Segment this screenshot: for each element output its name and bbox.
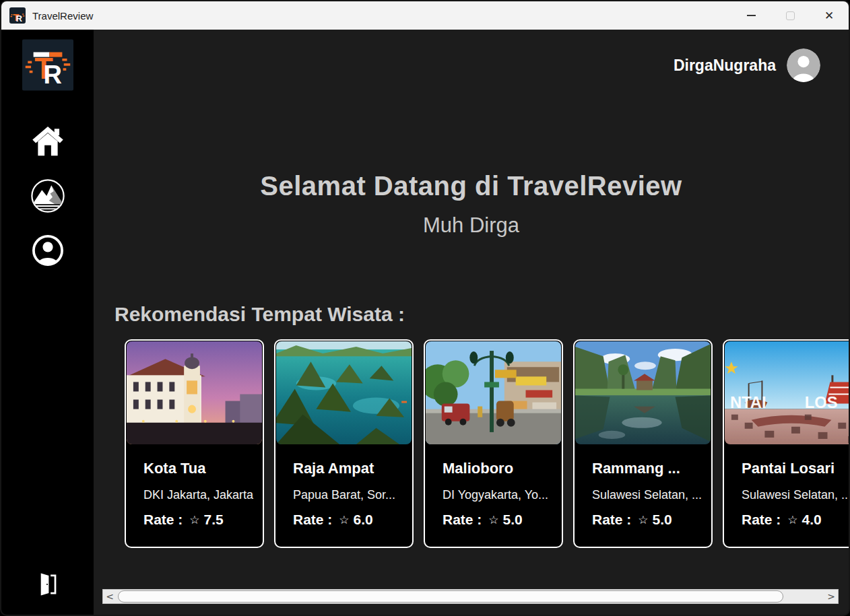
app-window: T R TravelReview ✕ T R bbox=[0, 0, 850, 616]
card-location: DKI Jakarta, Jakarta bbox=[143, 488, 245, 502]
destination-photo-rammang bbox=[575, 341, 711, 444]
star-icon: ☆ bbox=[638, 513, 648, 527]
user-menu[interactable]: DirgaNugraha bbox=[94, 48, 849, 82]
rate-label: Rate : bbox=[592, 512, 631, 528]
titlebar-left: T R TravelReview bbox=[1, 7, 731, 24]
scrollbar-thumb[interactable] bbox=[118, 590, 783, 603]
card-location: Sulawesi Selatan, ... bbox=[592, 488, 694, 502]
star-icon: ☆ bbox=[339, 513, 349, 527]
sidebar-logo: T R bbox=[22, 39, 73, 91]
card-rating: Rate : ☆ 5.0 bbox=[592, 512, 694, 528]
card-rating: Rate : ☆ 5.0 bbox=[443, 512, 544, 528]
sidebar: T R bbox=[1, 30, 94, 615]
close-icon: ✕ bbox=[824, 10, 834, 22]
rate-label: Rate : bbox=[293, 512, 332, 528]
destination-photo-pantai-losari: NTAI LOS bbox=[725, 341, 849, 444]
content-row: T R bbox=[1, 30, 849, 615]
card-rating: Rate : ☆ 7.5 bbox=[143, 512, 245, 528]
user-avatar bbox=[787, 48, 820, 82]
app-logo-icon: T R bbox=[9, 7, 26, 24]
rate-label: Rate : bbox=[143, 512, 183, 528]
destination-cards-row: Kota Tua DKI Jakarta, Jakarta Rate : ☆ 7… bbox=[94, 339, 849, 548]
svg-text:R: R bbox=[16, 13, 22, 24]
destination-photo-raja-ampat bbox=[276, 341, 412, 444]
sidebar-nav bbox=[29, 123, 67, 270]
card-body: Pantai Losari Sulawesi Selatan, .. Rate … bbox=[724, 445, 849, 528]
maximize-icon bbox=[786, 11, 795, 20]
rate-value: 5.0 bbox=[503, 512, 523, 528]
sidebar-item-profile[interactable] bbox=[29, 232, 67, 270]
destination-card-raja-ampat[interactable]: Raja Ampat Papua Barat, Sor... Rate : ☆ … bbox=[274, 339, 414, 548]
close-button[interactable]: ✕ bbox=[810, 1, 849, 30]
minimize-button[interactable] bbox=[731, 1, 771, 30]
card-location: Sulawesi Selatan, .. bbox=[742, 488, 843, 502]
sidebar-item-destinations[interactable] bbox=[29, 178, 67, 215]
maximize-button[interactable] bbox=[771, 1, 810, 30]
rate-value: 4.0 bbox=[802, 512, 822, 528]
card-location: Papua Barat, Sor... bbox=[293, 488, 395, 502]
sidebar-item-logout[interactable] bbox=[29, 566, 67, 604]
card-location: DI Yogyakarta, Yo... bbox=[443, 488, 544, 502]
welcome-block: Selamat Datang di TravelReview Muh Dirga bbox=[94, 171, 849, 238]
titlebar: T R TravelReview ✕ bbox=[1, 1, 849, 30]
rate-value: 6.0 bbox=[354, 512, 373, 528]
star-icon: ☆ bbox=[189, 513, 199, 527]
rate-label: Rate : bbox=[742, 512, 781, 528]
card-title: Pantai Losari bbox=[742, 460, 843, 477]
svg-text:NTAI: NTAI bbox=[730, 392, 766, 411]
destination-photo-malioboro bbox=[426, 341, 561, 444]
star-icon: ☆ bbox=[488, 513, 498, 527]
horizontal-scrollbar[interactable]: < > bbox=[102, 589, 839, 604]
mountain-icon bbox=[29, 177, 67, 217]
destination-photo-kota-tua bbox=[127, 341, 262, 444]
card-body: Kota Tua DKI Jakarta, Jakarta Rate : ☆ 7… bbox=[126, 445, 263, 528]
window-controls: ✕ bbox=[731, 1, 849, 30]
card-title: Malioboro bbox=[443, 460, 544, 477]
profile-icon bbox=[30, 232, 66, 271]
destination-card-kota-tua[interactable]: Kota Tua DKI Jakarta, Jakarta Rate : ☆ 7… bbox=[125, 339, 264, 548]
card-body: Rammang ... Sulawesi Selatan, ... Rate :… bbox=[575, 445, 711, 528]
window-title: TravelReview bbox=[32, 10, 93, 22]
svg-text:R: R bbox=[43, 61, 61, 89]
card-body: Malioboro DI Yogyakarta, Yo... Rate : ☆ … bbox=[425, 445, 562, 528]
card-title: Kota Tua bbox=[143, 460, 245, 477]
rate-value: 5.0 bbox=[653, 512, 672, 528]
scrollbar-track[interactable] bbox=[117, 590, 824, 603]
recommendations-heading: Rekomendasi Tempat Wisata : bbox=[115, 303, 849, 326]
rate-value: 7.5 bbox=[204, 512, 224, 528]
destination-card-pantai-losari[interactable]: NTAI LOS Pa bbox=[723, 339, 849, 548]
scroll-right-button[interactable]: > bbox=[824, 590, 838, 603]
home-icon bbox=[30, 124, 65, 161]
card-title: Rammang ... bbox=[592, 460, 694, 477]
star-icon: ☆ bbox=[787, 513, 797, 527]
destination-card-malioboro[interactable]: Malioboro DI Yogyakarta, Yo... Rate : ☆ … bbox=[424, 339, 563, 548]
svg-text:LOS: LOS bbox=[805, 392, 838, 411]
card-title: Raja Ampat bbox=[293, 460, 395, 477]
card-rating: Rate : ☆ 6.0 bbox=[293, 512, 395, 528]
welcome-subtitle: Muh Dirga bbox=[94, 213, 849, 238]
sidebar-item-home[interactable] bbox=[29, 123, 67, 161]
card-body: Raja Ampat Papua Barat, Sor... Rate : ☆ … bbox=[275, 445, 412, 528]
username-label: DirgaNugraha bbox=[674, 57, 776, 75]
logout-door-icon bbox=[33, 570, 63, 601]
scroll-left-button[interactable]: < bbox=[103, 590, 117, 603]
destination-card-rammang[interactable]: Rammang ... Sulawesi Selatan, ... Rate :… bbox=[573, 339, 713, 548]
welcome-title: Selamat Datang di TravelReview bbox=[94, 171, 849, 201]
minimize-icon bbox=[747, 15, 756, 16]
card-rating: Rate : ☆ 4.0 bbox=[742, 512, 843, 528]
main-content: DirgaNugraha Selamat Datang di TravelRev… bbox=[94, 30, 849, 615]
rate-label: Rate : bbox=[443, 512, 482, 528]
